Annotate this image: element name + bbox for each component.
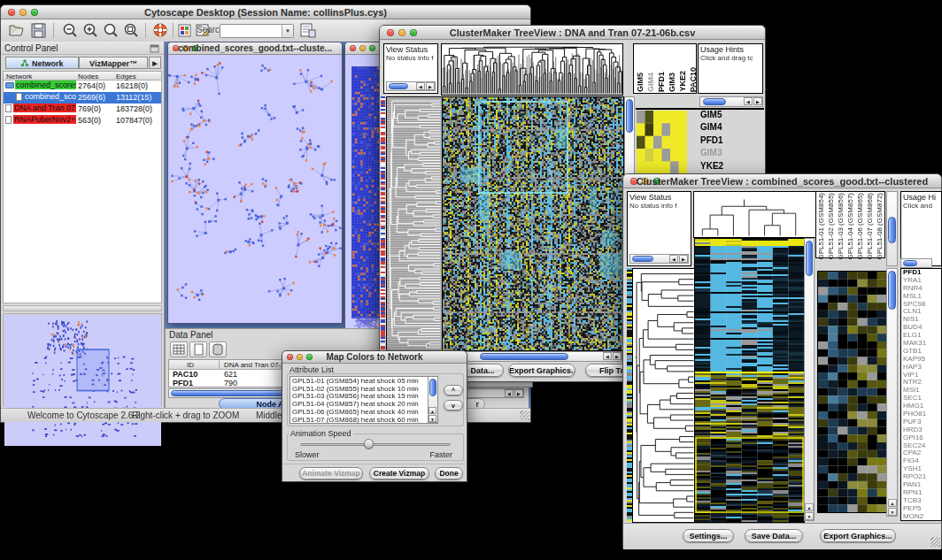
scroll-down-icon[interactable]: ▼ xyxy=(805,512,814,520)
scroll-right-icon[interactable]: ▶ xyxy=(426,82,435,90)
tab-vizmapper[interactable]: VizMapper™ xyxy=(79,57,148,69)
view-status-scrollbar[interactable]: ◀ ▶ xyxy=(629,254,689,264)
zoom-out-icon[interactable] xyxy=(61,22,79,39)
sample-label[interactable]: GPL51-01 (GSM854) xyxy=(818,193,825,260)
export-graphics-button[interactable]: Export Graphics... xyxy=(820,529,896,542)
scrollbar-thumb[interactable] xyxy=(480,353,568,360)
zoom-panel-hscrollbar[interactable]: ◀ ▶ xyxy=(699,96,763,107)
column-label[interactable]: GIM5 xyxy=(637,73,645,92)
column-id[interactable]: ID xyxy=(187,361,194,369)
create-vizmap-button[interactable]: Create Vizmap xyxy=(369,467,429,479)
zoom-fit-icon[interactable] xyxy=(102,22,120,39)
column-dendrogram-canvas[interactable] xyxy=(693,191,816,238)
scroll-down-icon[interactable]: ▼ xyxy=(429,415,436,422)
animate-vizmap-button[interactable]: Animate Vizmap xyxy=(299,467,363,479)
scrollbar-thumb[interactable] xyxy=(903,260,917,266)
network-row[interactable]: RNAPuberNov2+I563(0)107847(0) xyxy=(4,115,161,127)
main-titlebar[interactable]: Cytoscape Desktop (Session Name: collins… xyxy=(1,5,530,19)
settings-button[interactable]: Settings... xyxy=(683,529,734,542)
sample-label[interactable]: GPL51-08 (GSM872) xyxy=(876,193,884,260)
scroll-up-icon[interactable]: ▲ xyxy=(888,499,897,507)
row-label[interactable]: GIM3 xyxy=(700,149,764,161)
heatmap-vscrollbar[interactable]: ▲ ▼ xyxy=(804,238,815,521)
network-row[interactable]: DNA and Tran 07769(0)183728(0) xyxy=(4,104,161,115)
scroll-up-icon[interactable]: ▲ xyxy=(805,503,814,511)
column-edges[interactable]: Edges xyxy=(116,73,136,81)
scroll-right-icon[interactable]: ▶ xyxy=(753,97,762,105)
zoom-in-icon[interactable] xyxy=(81,22,99,39)
network-canvas[interactable] xyxy=(168,55,342,323)
scrollbar-thumb[interactable] xyxy=(806,241,813,276)
sample-label[interactable]: GPL51-02 (GSM855) xyxy=(828,193,835,260)
scroll-left-icon[interactable]: ◀ xyxy=(505,389,513,397)
scroll-left-icon[interactable]: ◀ xyxy=(603,352,612,360)
row-label[interactable]: PFD1 xyxy=(700,136,764,149)
attribute-item[interactable]: GPL51-07 (GSM868) heat shock 60 min xyxy=(292,417,427,424)
save-data-button[interactable]: Save Data... xyxy=(745,529,803,542)
speed-slider-track[interactable] xyxy=(300,443,451,446)
scrollbar-thumb[interactable] xyxy=(888,271,896,310)
row-dendrogram-canvas[interactable] xyxy=(632,268,696,523)
open-file-icon[interactable] xyxy=(8,22,26,39)
zoom-vscrollbar[interactable]: ▲ ▼ xyxy=(886,268,898,517)
scrollbar-thumb[interactable] xyxy=(703,98,726,105)
gene-list-hscrollbar[interactable] xyxy=(900,258,932,268)
zoom-selected-icon[interactable] xyxy=(122,22,140,39)
treeview1-titlebar[interactable]: ClusterMaker TreeView : DNA and Tran 07-… xyxy=(380,26,765,40)
export-graphics-button[interactable]: Export Graphics... xyxy=(508,364,575,377)
global-heatmap-canvas[interactable] xyxy=(442,96,624,351)
minimize-icon[interactable] xyxy=(359,45,366,51)
scrollbar-thumb[interactable] xyxy=(429,379,436,396)
scroll-right-icon[interactable]: ▶ xyxy=(514,389,523,397)
report-icon[interactable] xyxy=(299,22,317,39)
row-dendrogram-canvas[interactable] xyxy=(386,96,443,351)
treeview2-titlebar[interactable]: ClusterMaker TreeView : combined_scores_… xyxy=(623,174,941,188)
column-label[interactable]: PAC10 xyxy=(690,67,698,92)
column-label[interactable]: GIM3 xyxy=(668,73,676,92)
scrollbar-thumb[interactable] xyxy=(389,83,408,89)
save-data-button[interactable]: Data... xyxy=(461,364,504,377)
scroll-left-icon[interactable]: ◀ xyxy=(744,97,753,105)
chevron-down-icon[interactable]: ▼ xyxy=(282,25,293,37)
zoom-window-icon[interactable] xyxy=(369,45,375,51)
heatmap-hscrollbar[interactable]: ◀ ▶ xyxy=(444,351,622,362)
new-attribute-icon[interactable] xyxy=(189,341,207,357)
column-divider[interactable] xyxy=(219,360,220,369)
tab-overflow-button[interactable]: ▶ xyxy=(149,57,161,69)
column-label[interactable]: YKE2 xyxy=(679,71,687,92)
sample-label[interactable]: GPL51-07 (GSM868) xyxy=(867,193,874,260)
gene-label[interactable]: MON2 xyxy=(903,513,941,521)
float-panel-icon[interactable] xyxy=(150,44,159,53)
delete-attribute-icon[interactable] xyxy=(209,341,227,357)
column-label[interactable]: GIM4 xyxy=(647,73,655,92)
network-row[interactable]: combined_sco2569(6)13112(15) xyxy=(4,92,161,104)
scrollbar-thumb[interactable] xyxy=(626,99,633,133)
dialog-titlebar[interactable]: Map Colors to Network xyxy=(282,351,467,364)
view-status-scrollbar[interactable]: ◀ ▶ xyxy=(386,81,436,91)
search-input[interactable]: ▼ xyxy=(220,24,294,38)
vizmapper-icon[interactable] xyxy=(177,22,195,39)
labels-vscrollbar[interactable] xyxy=(886,191,898,266)
move-up-button[interactable]: ^ xyxy=(444,385,463,395)
scrollbar-thumb[interactable] xyxy=(632,256,653,262)
network-view-titlebar[interactable]: combined_scores_good.txt--cluste... xyxy=(168,42,342,55)
close-icon[interactable] xyxy=(350,45,356,51)
save-icon[interactable] xyxy=(30,22,48,39)
resize-grip[interactable] xyxy=(930,537,940,547)
scroll-left-icon[interactable]: ◀ xyxy=(669,255,678,263)
row-label[interactable]: GIM4 xyxy=(700,123,764,135)
scroll-up-icon[interactable]: ▲ xyxy=(429,407,436,414)
help-lifering-icon[interactable] xyxy=(151,22,169,39)
scroll-left-icon[interactable]: ◀ xyxy=(416,82,425,90)
scroll-down-icon[interactable]: ▼ xyxy=(888,508,897,516)
row-label[interactable]: GIM5 xyxy=(700,111,764,123)
scroll-right-icon[interactable]: ▶ xyxy=(679,255,688,263)
zoom-heatmap-canvas[interactable] xyxy=(817,271,888,513)
resize-grip[interactable] xyxy=(520,410,529,420)
tab-network[interactable]: Network xyxy=(5,57,79,69)
column-dendrogram-canvas[interactable] xyxy=(441,43,623,96)
done-button[interactable]: Done xyxy=(435,467,463,479)
panel-splitter[interactable] xyxy=(3,305,162,311)
column-nodes[interactable]: Nodes xyxy=(78,73,98,81)
column-network[interactable]: Network xyxy=(6,73,32,81)
